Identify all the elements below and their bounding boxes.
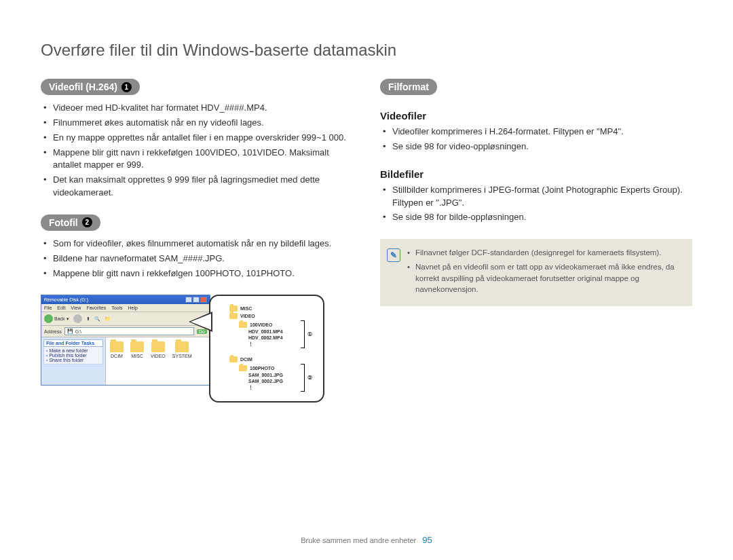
footer-text: Bruke sammen med andre enheter xyxy=(301,536,416,544)
tree-label: MISC xyxy=(240,306,252,311)
folder-icon xyxy=(229,356,238,362)
explorer-sidepanel: File and Folder Tasks Make a new folder … xyxy=(41,337,106,385)
note-item: Filnavnet følger DCF-standarden (designr… xyxy=(407,247,683,259)
explorer-titlebar: Removable Disk (G:) xyxy=(41,295,210,304)
explorer-content: DCIM MISC VIDEO SYSTEM xyxy=(106,337,210,385)
tree-file: SAM_0002.JPG xyxy=(248,379,283,384)
back-label: Back xyxy=(54,316,65,321)
explorer-toolbar: Back ▾ ⬆ 🔍 📁 xyxy=(41,312,210,326)
folder-icon xyxy=(110,341,124,352)
up-icon: ⬆ xyxy=(86,316,90,322)
back-icon xyxy=(44,314,53,323)
explorer-title-text: Removable Disk (G:) xyxy=(44,297,88,302)
minimize-icon xyxy=(185,297,192,303)
brace-label-2: ② xyxy=(305,375,312,381)
videofiler-bullets: Videofiler komprimeres i H.264-formatet.… xyxy=(380,126,692,153)
forward-icon xyxy=(73,314,82,323)
folder-item: MISC xyxy=(130,341,144,358)
bullet: Bildene har navneformatet SAM_####.JPG. xyxy=(43,253,353,265)
explorer-window: Removable Disk (G:) File Edit View Favor… xyxy=(41,295,210,386)
tree-ellipsis: ⋮ xyxy=(248,385,253,390)
bullet: Videoer med HD-kvalitet har formatet HDV… xyxy=(43,102,353,115)
pill-filformat-label: Filformat xyxy=(388,81,429,92)
folder-label: VIDEO xyxy=(151,354,166,358)
menu-item: Help xyxy=(128,305,138,310)
task-panel-header: File and Folder Tasks xyxy=(43,339,103,347)
bullet: Det kan maksimalt opprettes 9 999 filer … xyxy=(43,174,353,200)
folder-icon xyxy=(229,305,238,312)
folder-icon xyxy=(239,322,247,328)
folder-icon xyxy=(175,341,189,352)
task-item: Make a new folder xyxy=(46,348,100,353)
folder-label: SYSTEM xyxy=(172,354,192,358)
menu-item: Edit xyxy=(57,305,65,310)
tree-ellipsis: ⋮ xyxy=(248,341,253,347)
callout-tail-icon xyxy=(189,312,212,332)
subhead-videofiler: Videofiler xyxy=(380,110,692,122)
explorer-addressbar: Address 💾G:\ Go xyxy=(41,326,210,337)
note-item: Navnet på en videofil som er tatt opp av… xyxy=(407,261,683,295)
bullet: En ny mappe opprettes når antallet filer… xyxy=(43,132,353,145)
badge-2-icon: 2 xyxy=(82,217,92,227)
folder-label: MISC xyxy=(131,354,143,358)
address-label: Address xyxy=(44,329,62,334)
search-icon: 🔍 xyxy=(94,316,100,322)
tree-callout: MISC VIDEO 100VIDEO HDV_0001.MP4 HDV_000… xyxy=(209,295,324,403)
bullet: Se side 98 for video-oppløsningen. xyxy=(383,141,692,153)
left-column: Videofil (H.264) 1 Videoer med HD-kvalit… xyxy=(41,79,353,403)
tree-label: VIDEO xyxy=(240,314,255,318)
bildefiler-bullets: Stillbilder komprimeres i JPEG-format (J… xyxy=(380,184,692,225)
tree-label: 100VIDEO xyxy=(250,322,272,327)
bullet: Se side 98 for bilde-oppløsningen. xyxy=(383,211,692,224)
tree-label: DCIM xyxy=(240,357,252,362)
tree-file: HDV_0001.MP4 xyxy=(248,329,283,334)
note-box: ✎ Filnavnet følger DCF-standarden (desig… xyxy=(380,239,692,306)
bullet: Mappene blir gitt navn i rekkefølgen 100… xyxy=(43,267,353,280)
folder-tree: MISC VIDEO 100VIDEO HDV_0001.MP4 HDV_000… xyxy=(209,295,324,403)
folder-icon xyxy=(130,341,144,352)
folder-item: SYSTEM xyxy=(172,341,192,358)
note-icon: ✎ xyxy=(387,248,400,262)
page-footer: Bruke sammen med andre enheter 95 xyxy=(0,535,733,545)
folders-icon: 📁 xyxy=(105,316,111,322)
videofil-bullets: Videoer med HD-kvalitet har formatet HDV… xyxy=(41,102,353,200)
right-column: Filformat Videofiler Videofiler komprime… xyxy=(380,79,692,403)
subhead-bildefiler: Bildefiler xyxy=(380,168,692,180)
pill-videofil-label: Videofil (H.264) xyxy=(49,81,117,92)
tree-file: HDV_0002.MP4 xyxy=(248,335,283,340)
pill-filformat: Filformat xyxy=(380,79,437,95)
brace-label-1: ① xyxy=(305,331,312,337)
illustration: Removable Disk (G:) File Edit View Favor… xyxy=(41,295,353,403)
badge-1-icon: 1 xyxy=(121,82,132,92)
bullet: Stillbilder komprimeres i JPEG-format (J… xyxy=(383,184,692,210)
tree-label: 100PHOTO xyxy=(250,366,274,371)
folder-icon xyxy=(239,365,247,371)
page-title: Overføre filer til din Windows-baserte d… xyxy=(41,41,692,60)
bullet: Filnummeret økes automatisk når en ny vi… xyxy=(43,117,353,130)
pill-fotofil-label: Fotofil xyxy=(49,217,78,228)
maximize-icon xyxy=(193,297,200,303)
menu-item: File xyxy=(44,305,52,310)
bullet: Mappene blir gitt navn i rekkefølgen 100… xyxy=(43,147,353,172)
folder-item: DCIM xyxy=(110,341,124,358)
menu-item: View xyxy=(71,305,81,310)
pill-fotofil: Fotofil 2 xyxy=(41,214,100,231)
address-value: G:\ xyxy=(75,329,81,334)
page-number: 95 xyxy=(422,535,432,545)
folder-icon xyxy=(229,313,238,319)
fotofil-bullets: Som for videofiler, økes filnummeret aut… xyxy=(41,238,353,280)
drive-icon: 💾 xyxy=(67,329,73,334)
folder-icon xyxy=(151,341,165,352)
tree-file: SAM_0001.JPG xyxy=(248,373,283,377)
close-icon xyxy=(200,297,207,303)
menu-item: Tools xyxy=(111,305,122,310)
menu-item: Favorites xyxy=(86,305,106,310)
explorer-menubar: File Edit View Favorites Tools Help xyxy=(41,304,210,312)
pill-videofil: Videofil (H.264) 1 xyxy=(41,79,140,95)
task-item: Share this folder xyxy=(46,358,100,362)
task-item: Publish this folder xyxy=(46,353,100,358)
bullet: Som for videofiler, økes filnummeret aut… xyxy=(43,238,353,250)
folder-label: DCIM xyxy=(111,354,123,358)
bullet: Videofiler komprimeres i H.264-formatet.… xyxy=(383,126,692,138)
folder-item: VIDEO xyxy=(151,341,166,358)
